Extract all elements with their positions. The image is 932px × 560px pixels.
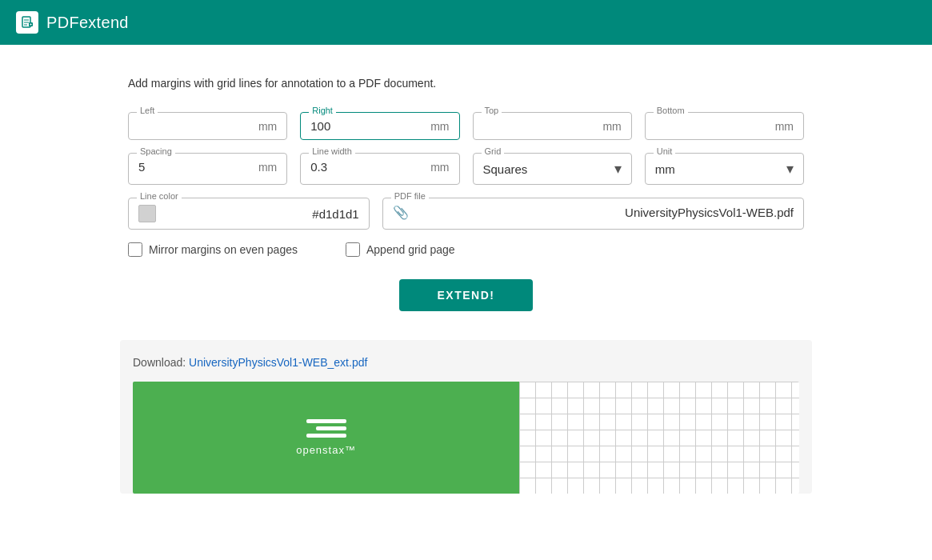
line-width-input[interactable]	[310, 160, 424, 174]
openstax-logo: openstax™	[296, 419, 356, 456]
openstax-text: openstax™	[296, 444, 356, 456]
append-grid-label[interactable]: Append grid page	[346, 242, 455, 257]
paperclip-icon: 📎	[393, 205, 409, 220]
right-label: Right	[309, 106, 336, 115]
line-width-field: Line width mm	[300, 153, 459, 185]
checkbox-row: Mirror margins on even pages Append grid…	[128, 242, 804, 257]
bottom-field: Bottom mm	[645, 112, 804, 140]
bottom-label: Bottom	[654, 106, 688, 115]
spacing-unit: mm	[258, 161, 277, 174]
color-value: #d1d1d1	[312, 207, 358, 221]
pdf-file-label: PDF file	[391, 191, 429, 201]
line-width-label: Line width	[309, 146, 355, 156]
pdf-filename: UniversityPhysicsVol1-WEB.pdf	[625, 206, 794, 219]
unit-field: Unit mm cm in ▾	[645, 153, 804, 185]
grid-label: Grid	[482, 146, 505, 156]
app-icon	[16, 11, 38, 34]
openstax-line-1	[306, 419, 346, 423]
download-prefix: Download:	[133, 356, 189, 369]
right-input[interactable]	[310, 119, 424, 133]
grid-field: Grid Squares Dots Lines ▾	[473, 153, 632, 185]
append-grid-checkbox[interactable]	[346, 242, 360, 257]
file-row: Line color #d1d1d1 PDF file 📎 University…	[128, 198, 804, 230]
spacing-input[interactable]	[138, 160, 252, 174]
main-content: Add margins with grid lines for annotati…	[0, 45, 932, 526]
preview-grid	[519, 382, 799, 494]
mirror-margins-label[interactable]: Mirror margins on even pages	[128, 242, 298, 257]
openstax-line-2	[316, 426, 346, 430]
openstax-line-3	[306, 434, 346, 438]
pdf-file-field: PDF file 📎 UniversityPhysicsVol1-WEB.pdf	[382, 198, 804, 230]
preview-cover: openstax™	[133, 382, 519, 494]
right-unit: mm	[430, 120, 449, 133]
download-section: Download: UniversityPhysicsVol1-WEB_ext.…	[120, 340, 812, 494]
bottom-input[interactable]	[655, 119, 769, 133]
page-description: Add margins with grid lines for annotati…	[128, 77, 804, 90]
app-header: PDFextend	[0, 0, 932, 45]
unit-label: Unit	[654, 146, 676, 156]
grid-dropdown-icon: ▾	[614, 160, 622, 178]
right-field: Right mm	[300, 112, 459, 140]
append-grid-text: Append grid page	[366, 243, 455, 256]
bottom-unit: mm	[775, 120, 794, 133]
unit-select[interactable]: mm cm in	[655, 162, 783, 176]
left-unit: mm	[258, 120, 277, 133]
extend-button-wrapper: EXTEND!	[128, 279, 804, 311]
top-label: Top	[482, 106, 502, 115]
left-label: Left	[137, 106, 158, 115]
openstax-lines-icon	[306, 419, 346, 438]
options-row: Spacing mm Line width mm Grid Squares Do…	[128, 153, 804, 185]
top-field: Top mm	[473, 112, 632, 140]
spacing-field: Spacing mm	[128, 153, 287, 185]
download-link-row: Download: UniversityPhysicsVol1-WEB_ext.…	[133, 356, 799, 369]
color-swatch[interactable]	[138, 205, 156, 222]
spacing-label: Spacing	[137, 146, 175, 156]
grid-select[interactable]: Squares Dots Lines	[483, 162, 611, 176]
extend-button[interactable]: EXTEND!	[399, 279, 534, 311]
mirror-margins-checkbox[interactable]	[128, 242, 142, 257]
pdf-preview: openstax™	[133, 382, 799, 494]
line-color-field: Line color #d1d1d1	[128, 198, 370, 230]
app-title: PDFextend	[46, 14, 129, 32]
download-link[interactable]: UniversityPhysicsVol1-WEB_ext.pdf	[189, 356, 367, 369]
line-color-label: Line color	[137, 191, 182, 201]
mirror-margins-text: Mirror margins on even pages	[149, 243, 298, 256]
left-input[interactable]	[138, 119, 252, 133]
line-width-unit: mm	[430, 161, 449, 174]
left-field: Left mm	[128, 112, 287, 140]
unit-dropdown-icon: ▾	[786, 160, 794, 178]
top-input[interactable]	[483, 119, 597, 133]
margins-row: Left mm Right mm Top mm Bottom mm	[128, 112, 804, 140]
top-unit: mm	[602, 120, 621, 133]
